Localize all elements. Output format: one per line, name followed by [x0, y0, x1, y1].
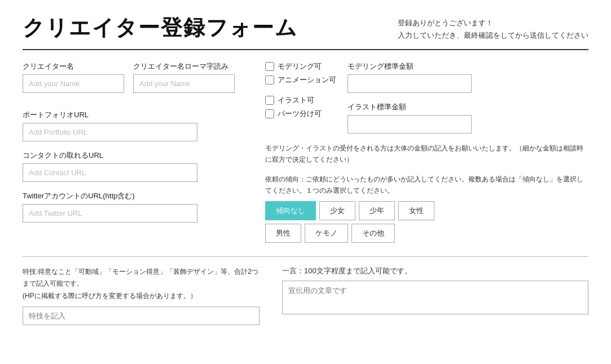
parts-label: パーツ分け可 — [278, 109, 322, 119]
modeling-label: モデリング可 — [278, 61, 322, 72]
tendency-btn-5[interactable]: ケモノ — [305, 224, 348, 243]
twitter-url-label: TwitterアカウントのURL(http含む) — [23, 191, 243, 201]
modeling-price-field: モデリング標準金額 — [348, 61, 472, 93]
tendency-btn-4[interactable]: 男性 — [265, 224, 301, 243]
creator-name-roman-input[interactable] — [133, 74, 235, 93]
tendency-btn-0[interactable]: 傾向なし — [265, 201, 316, 220]
modeling-checkbox-item: モデリング可 — [265, 61, 336, 72]
modeling-checkbox[interactable] — [265, 62, 274, 71]
contact-url-group: コンタクトの取れるURL — [23, 150, 243, 182]
creator-name-input[interactable] — [23, 74, 124, 93]
comment-section: 一言：100文字程度まで記入可能です。 — [282, 266, 588, 326]
illust-standard-label: イラスト標準金額 — [348, 102, 472, 112]
animation-checkbox-item: アニメーション可 — [265, 75, 336, 85]
illust-checkbox-item: イラスト可 — [265, 95, 336, 105]
form-body: クリエイター名 クリエイター名ローマ字読み ポートフォリオURL コンタクトの取… — [23, 61, 588, 246]
page-title: クリエイター登録フォーム — [23, 14, 298, 42]
creator-name-label: クリエイター名 — [23, 61, 124, 72]
illust-checkbox[interactable] — [265, 96, 274, 105]
creator-name-group: クリエイター名 — [23, 61, 124, 93]
form-bottom: 特技:得意なこと「可動域」「モーション得意」「装飾デザイン」等、合計2つまで記入… — [23, 266, 588, 326]
header-subtitle: 登録ありがとうございます！ 入力していただき、最終確認をしてから送信してください — [398, 14, 588, 42]
modeling-standard-label: モデリング標準金額 — [348, 61, 472, 72]
tendency-buttons-row1: 傾向なし 少女 少年 女性 — [265, 201, 588, 220]
portfolio-url-label: ポートフォリオURL — [23, 110, 243, 120]
illust-checkbox-block: イラスト可 パーツ分け可 — [265, 95, 336, 119]
parts-checkbox[interactable] — [265, 109, 274, 118]
twitter-url-group: TwitterアカウントのURL(http含む) — [23, 191, 243, 223]
tendency-btn-1[interactable]: 少女 — [319, 201, 355, 220]
animation-checkbox[interactable] — [265, 76, 274, 85]
illust-price-field: イラスト標準金額 — [348, 102, 472, 134]
modeling-checkbox-block: モデリング可 アニメーション可 — [265, 61, 336, 85]
illust-price-input[interactable] — [348, 115, 472, 134]
portfolio-url-group: ポートフォリオURL — [23, 110, 243, 141]
animation-label: アニメーション可 — [278, 75, 336, 85]
note-text: モデリング・イラストの受付をされる方は大体の金額の記入をお願いいたします。（細か… — [265, 143, 588, 166]
contact-url-input[interactable] — [23, 163, 197, 182]
tendency-btn-6[interactable]: その他 — [351, 224, 395, 243]
skill-section: 特技:得意なこと「可動域」「モーション得意」「装飾デザイン」等、合計2つまで記入… — [23, 266, 260, 326]
name-row: クリエイター名 クリエイター名ローマ字読み — [23, 61, 243, 102]
comment-label: 一言：100文字程度まで記入可能です。 — [282, 266, 588, 276]
price-block: モデリング標準金額 イラスト標準金額 — [348, 61, 472, 134]
modeling-price-input[interactable] — [348, 74, 472, 93]
creator-name-roman-label: クリエイター名ローマ字読み — [133, 61, 235, 72]
comment-input[interactable] — [282, 281, 588, 314]
tendency-buttons-row2: 男性 ケモノ その他 — [265, 224, 588, 243]
form-right: モデリング可 アニメーション可 イラスト可 — [260, 61, 588, 246]
form-left: クリエイター名 クリエイター名ローマ字読み ポートフォリオURL コンタクトの取… — [23, 61, 260, 246]
creator-name-roman-group: クリエイター名ローマ字読み — [133, 61, 235, 93]
illust-label: イラスト可 — [278, 95, 314, 105]
tendency-label: 依頼の傾向：ご依頼にどういったものが多いか記入してください。複数ある場合は「傾向… — [265, 174, 588, 197]
section-divider — [23, 256, 588, 257]
checkboxes-block: モデリング可 アニメーション可 イラスト可 — [265, 61, 336, 134]
contact-url-label: コンタクトの取れるURL — [23, 150, 243, 161]
skill-note: 特技:得意なこと「可動域」「モーション得意」「装飾デザイン」等、合計2つまで記入… — [23, 266, 260, 303]
portfolio-url-input[interactable] — [23, 123, 197, 141]
tendency-btn-2[interactable]: 少年 — [359, 201, 395, 220]
page-header: クリエイター登録フォーム 登録ありがとうございます！ 入力していただき、最終確認… — [23, 14, 588, 50]
parts-checkbox-item: パーツ分け可 — [265, 109, 336, 119]
tendency-btn-3[interactable]: 女性 — [398, 201, 434, 220]
skill-input[interactable] — [23, 307, 260, 325]
right-top: モデリング可 アニメーション可 イラスト可 — [265, 61, 588, 134]
twitter-url-input[interactable] — [23, 204, 197, 223]
